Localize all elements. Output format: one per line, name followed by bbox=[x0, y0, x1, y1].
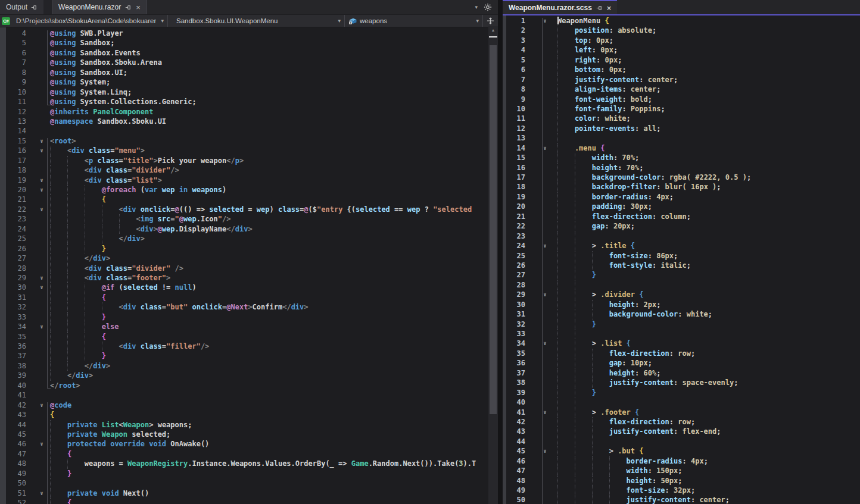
fold-chevron-icon bbox=[532, 231, 557, 241]
left-scrollbar[interactable]: ▲ bbox=[488, 26, 498, 504]
tab-weaponmenu-razor-scss-label: WeaponMenu.razor.scss bbox=[509, 4, 592, 12]
code-line: 37} bbox=[0, 351, 488, 361]
fold-region-line bbox=[47, 402, 48, 504]
fold-chevron-icon bbox=[532, 397, 557, 407]
code-text: left: 0px; bbox=[557, 45, 618, 55]
indent-guide bbox=[50, 351, 67, 361]
tab-weaponmenu-razor-scss[interactable]: WeaponMenu.razor.scss × bbox=[503, 0, 617, 14]
fold-chevron-icon bbox=[532, 329, 557, 339]
indent-guide bbox=[575, 280, 592, 290]
code-line: 49} bbox=[0, 469, 488, 478]
fold-chevron-icon[interactable]: ∨ bbox=[532, 241, 557, 251]
indent-guide bbox=[575, 241, 592, 251]
scrollbar-thumb[interactable] bbox=[490, 45, 497, 414]
fold-chevron-icon bbox=[532, 114, 557, 123]
code-text: { bbox=[50, 195, 106, 204]
indent-guide bbox=[592, 417, 609, 427]
indent-guide bbox=[557, 320, 575, 329]
scroll-up-icon[interactable]: ▲ bbox=[488, 26, 498, 35]
tab-output[interactable]: Output bbox=[0, 0, 43, 14]
indent-guide bbox=[575, 153, 592, 162]
indent-guide bbox=[50, 342, 67, 351]
code-line: 28<div class="divider" /> bbox=[0, 264, 488, 273]
code-text: { bbox=[50, 449, 71, 459]
indent-guide bbox=[50, 312, 67, 322]
close-icon[interactable]: × bbox=[136, 4, 141, 11]
code-line: 33 bbox=[503, 329, 860, 339]
line-number: 21 bbox=[503, 212, 532, 221]
code-line: 20padding: 30px; bbox=[503, 202, 860, 211]
code-text: > .list { bbox=[557, 339, 631, 348]
code-text: </div> bbox=[50, 253, 110, 263]
code-text: width: 70%; bbox=[557, 153, 639, 162]
line-number: 3 bbox=[503, 36, 532, 45]
razor-code-editor[interactable]: 4@using SWB.Player5@using Sandbox;6@usin… bbox=[0, 27, 488, 504]
left-tab-bar: Output WeaponMenu.razor × ▾ bbox=[0, 0, 498, 14]
code-line: 25font-size: 86px; bbox=[503, 251, 860, 261]
fold-chevron-icon[interactable]: ∨ bbox=[532, 290, 557, 299]
code-line: 11color: white; bbox=[503, 114, 860, 123]
code-line: 21flex-direction: column; bbox=[503, 212, 860, 221]
code-line: 22gap: 20px; bbox=[503, 221, 860, 231]
editor-margin bbox=[503, 15, 506, 504]
code-line: 9@using System; bbox=[0, 77, 488, 87]
chevron-down-icon[interactable]: ▾ bbox=[475, 5, 478, 10]
type-dropdown[interactable]: Sandbox.Sboku.UI.WeaponMenu ▾ bbox=[168, 15, 345, 27]
indent-guide bbox=[575, 261, 592, 270]
code-text: @using System; bbox=[50, 77, 110, 87]
line-number: 27 bbox=[503, 270, 532, 280]
code-line: 38</div> bbox=[0, 361, 488, 371]
indent-guide bbox=[575, 339, 592, 348]
fold-chevron-icon bbox=[532, 212, 557, 221]
split-editor-icon[interactable] bbox=[483, 17, 498, 25]
code-line: 46∨protected override void OnAwake() bbox=[0, 439, 488, 449]
code-text: flex-direction: column; bbox=[557, 212, 691, 221]
fold-chevron-icon bbox=[532, 45, 557, 55]
indent-guide bbox=[67, 302, 85, 312]
indent-guide bbox=[50, 234, 67, 243]
indent-guide bbox=[50, 293, 67, 302]
close-icon[interactable]: × bbox=[607, 4, 612, 12]
indent-guide bbox=[50, 459, 67, 468]
code-line: 47width: 150px; bbox=[503, 466, 860, 475]
pin-icon[interactable] bbox=[31, 4, 38, 11]
code-line: 16height: 70%; bbox=[503, 163, 860, 173]
editor-group-splitter[interactable] bbox=[498, 0, 503, 504]
project-dropdown[interactable]: D:\Projects\sbox\SbokuArena\Code\sbokuar… bbox=[13, 15, 168, 27]
code-text: height: 50px; bbox=[557, 476, 683, 486]
indent-guide bbox=[557, 221, 575, 231]
gear-icon[interactable] bbox=[484, 3, 492, 11]
pin-icon[interactable] bbox=[596, 5, 603, 11]
fold-chevron-icon[interactable]: ∨ bbox=[532, 16, 557, 26]
indent-guide bbox=[575, 329, 592, 339]
fold-chevron-icon bbox=[532, 320, 557, 329]
code-text: background-color: rgba( #2222, 0.5 ); bbox=[557, 173, 751, 182]
code-text: <div class="menu"> bbox=[50, 146, 145, 155]
indent-guide bbox=[557, 329, 575, 339]
code-line: 31{ bbox=[0, 293, 488, 302]
pin-icon[interactable] bbox=[125, 4, 132, 11]
line-number: 13 bbox=[503, 133, 532, 143]
member-dropdown[interactable]: weapons ▾ bbox=[345, 15, 483, 27]
fold-chevron-icon[interactable]: ∨ bbox=[532, 143, 557, 153]
indent-guide bbox=[85, 283, 102, 292]
code-text: <div>@wep.DisplayName</div> bbox=[50, 224, 253, 234]
indent-guide bbox=[592, 446, 609, 456]
indent-guide bbox=[102, 342, 119, 351]
indent-guide bbox=[557, 133, 575, 143]
fold-chevron-icon[interactable]: ∨ bbox=[532, 408, 557, 417]
code-line: 14∨.menu { bbox=[503, 143, 860, 153]
code-text bbox=[557, 397, 592, 407]
scss-code-editor[interactable]: 1∨WeaponMenu {2position: absolute;3top: … bbox=[503, 15, 860, 504]
indent-guide bbox=[50, 430, 67, 439]
indent-guide bbox=[592, 378, 609, 387]
code-text: @using System.Linq; bbox=[50, 87, 132, 97]
fold-chevron-icon[interactable]: ∨ bbox=[532, 339, 557, 348]
code-text: else bbox=[50, 322, 119, 331]
code-text: @using SWB.Player bbox=[50, 29, 123, 38]
fold-region-line bbox=[47, 30, 48, 105]
code-line: 29∨> .divider { bbox=[503, 290, 860, 299]
code-line: 36gap: 10px; bbox=[503, 358, 860, 368]
tab-weaponmenu-razor[interactable]: WeaponMenu.razor × bbox=[52, 0, 147, 14]
fold-chevron-icon[interactable]: ∨ bbox=[532, 446, 557, 456]
